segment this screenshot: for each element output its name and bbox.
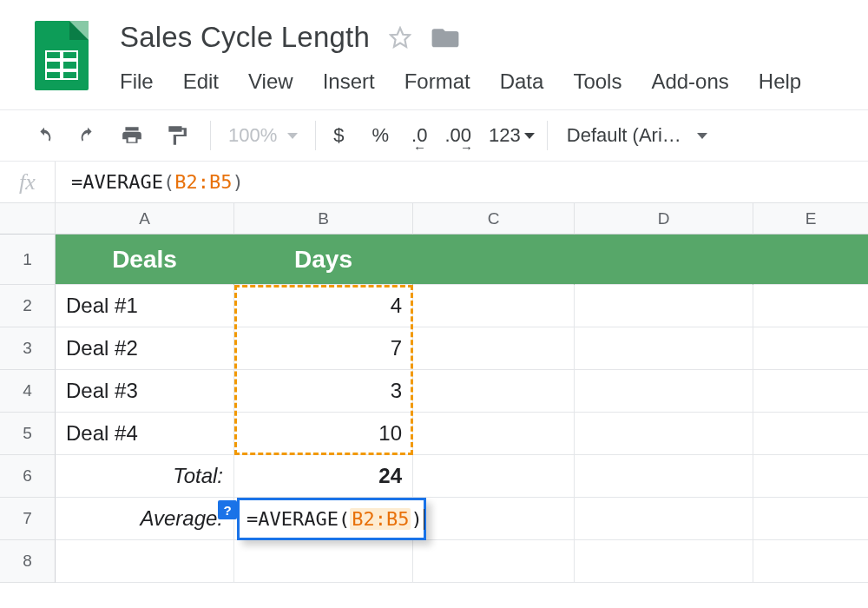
row-header-3[interactable]: 3 — [0, 327, 56, 370]
select-all-corner[interactable] — [0, 203, 56, 235]
row-header-8[interactable]: 8 — [0, 540, 56, 583]
cell-B1[interactable]: Days — [234, 235, 413, 285]
cell-C5[interactable] — [413, 413, 575, 455]
cell-A8[interactable] — [56, 540, 234, 583]
cell-A3[interactable]: Deal #2 — [56, 327, 234, 370]
menu-tools[interactable]: Tools — [573, 69, 621, 94]
fx-icon[interactable]: fx — [0, 162, 56, 202]
col-header-D[interactable]: D — [575, 203, 753, 235]
cell-E7[interactable] — [753, 498, 868, 540]
cell-E8[interactable] — [753, 540, 868, 583]
cell-D7[interactable] — [575, 498, 753, 540]
paint-format-button[interactable] — [155, 110, 198, 161]
format-currency-button[interactable]: $ — [328, 124, 349, 147]
menu-bar: File Edit View Insert Format Data Tools … — [120, 69, 801, 94]
formula-bar-input[interactable]: =AVERAGE(B2:B5) — [56, 171, 244, 193]
cell-D5[interactable] — [575, 413, 753, 455]
cell-B8[interactable] — [234, 540, 413, 583]
more-formats-button[interactable]: 123 — [489, 124, 535, 147]
cell-C4[interactable] — [413, 370, 575, 413]
cell-A7[interactable]: Average: — [56, 498, 234, 540]
print-button[interactable] — [109, 110, 155, 161]
font-name: Default (Ari… — [567, 124, 681, 147]
cell-D4[interactable] — [575, 370, 753, 413]
format-percent-button[interactable]: % — [367, 124, 395, 147]
move-folder-icon[interactable] — [431, 25, 460, 50]
cell-D3[interactable] — [575, 327, 753, 370]
menu-edit[interactable]: Edit — [183, 69, 219, 94]
star-icon[interactable] — [389, 26, 411, 49]
col-header-C[interactable]: C — [413, 203, 575, 235]
chevron-down-icon — [287, 133, 298, 139]
chevron-down-icon — [697, 133, 707, 139]
column-headers: A B C D E — [0, 203, 868, 235]
cell-B4[interactable]: 3 — [234, 370, 413, 413]
row-header-6[interactable]: 6 — [0, 455, 56, 498]
cell-B3[interactable]: 7 — [234, 327, 413, 370]
col-header-A[interactable]: A — [56, 203, 234, 235]
document-title[interactable]: Sales Cycle Length — [120, 21, 370, 54]
cell-A6[interactable]: Total: — [56, 455, 234, 498]
cell-E3[interactable] — [753, 327, 868, 370]
undo-button[interactable] — [23, 110, 66, 161]
cell-B6[interactable]: 24 — [234, 455, 413, 498]
col-header-E[interactable]: E — [753, 203, 868, 235]
cell-D1[interactable] — [575, 235, 753, 285]
menu-addons[interactable]: Add-ons — [651, 69, 728, 94]
cell-C2[interactable] — [413, 285, 575, 327]
zoom-value: 100% — [228, 124, 277, 147]
app-root: Sales Cycle Length File Edit View Insert… — [0, 0, 868, 608]
cell-D2[interactable] — [575, 285, 753, 327]
header: Sales Cycle Length File Edit View Insert… — [0, 0, 868, 94]
cell-C1[interactable] — [413, 235, 575, 285]
cell-D8[interactable] — [575, 540, 753, 583]
sheets-logo-icon[interactable] — [35, 21, 89, 90]
menu-insert[interactable]: Insert — [323, 69, 375, 94]
row-header-1[interactable]: 1 — [0, 235, 56, 285]
svg-marker-0 — [391, 28, 410, 47]
menu-format[interactable]: Format — [404, 69, 470, 94]
cell-A2[interactable]: Deal #1 — [56, 285, 234, 327]
menu-file[interactable]: File — [120, 69, 154, 94]
cell-B2[interactable]: 4 — [234, 285, 413, 327]
row-header-7[interactable]: 7 — [0, 498, 56, 540]
menu-view[interactable]: View — [248, 69, 293, 94]
row-header-2[interactable]: 2 — [0, 285, 56, 327]
decrease-decimal-button[interactable]: .0← — [411, 124, 427, 147]
row-header-5[interactable]: 5 — [0, 413, 56, 455]
spreadsheet-grid: A B C D E 1 Deals Days 2 Deal #1 4 — [0, 203, 868, 583]
font-select[interactable]: Default (Ari… — [560, 124, 714, 147]
increase-decimal-button[interactable]: .00→ — [444, 124, 471, 147]
cell-A5[interactable]: Deal #4 — [56, 413, 234, 455]
cell-C6[interactable] — [413, 455, 575, 498]
cell-E1[interactable] — [753, 235, 868, 285]
cell-D6[interactable] — [575, 455, 753, 498]
cell-A1[interactable]: Deals — [56, 235, 234, 285]
cell-A4[interactable]: Deal #3 — [56, 370, 234, 413]
menu-help[interactable]: Help — [759, 69, 801, 94]
cell-C3[interactable] — [413, 327, 575, 370]
col-header-B[interactable]: B — [234, 203, 413, 235]
redo-button[interactable] — [66, 110, 109, 161]
cell-E4[interactable] — [753, 370, 868, 413]
zoom-select[interactable]: 100% — [223, 124, 303, 147]
formula-bar: fx =AVERAGE(B2:B5) — [0, 162, 868, 203]
formula-help-icon[interactable]: ? — [218, 500, 237, 519]
cell-C8[interactable] — [413, 540, 575, 583]
cell-E2[interactable] — [753, 285, 868, 327]
cell-E5[interactable] — [753, 413, 868, 455]
cell-B5[interactable]: 10 — [234, 413, 413, 455]
cell-E6[interactable] — [753, 455, 868, 498]
menu-data[interactable]: Data — [500, 69, 544, 94]
title-area: Sales Cycle Length File Edit View Insert… — [120, 21, 801, 94]
row-header-4[interactable]: 4 — [0, 370, 56, 413]
toolbar: 100% $ % .0← .00→ 123 Default (Ari… — [0, 110, 868, 161]
active-cell-editor[interactable]: =AVERAGE(B2:B5) — [237, 498, 426, 540]
cell-C7[interactable] — [413, 498, 575, 540]
